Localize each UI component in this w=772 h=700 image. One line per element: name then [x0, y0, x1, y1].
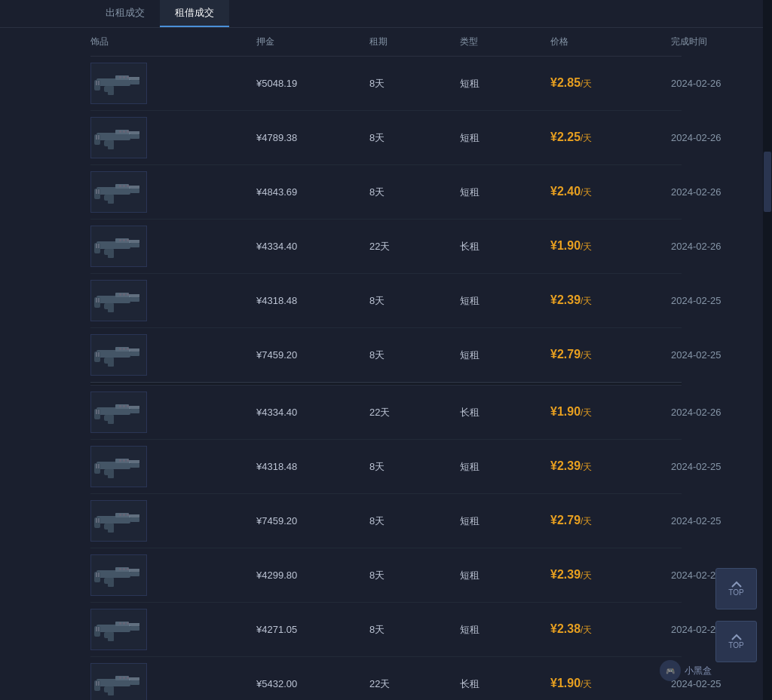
item-cell	[90, 609, 256, 650]
svg-rect-138	[123, 568, 125, 570]
item-thumbnail	[90, 280, 147, 321]
duration-cell: 8天	[369, 294, 460, 308]
price-cell: ¥2.39/天	[550, 459, 671, 474]
duration-cell: 22天	[369, 240, 460, 253]
price-unit: /天	[581, 407, 592, 418]
price-unit: /天	[581, 570, 592, 581]
duration-cell: 22天	[369, 677, 460, 691]
price-unit: /天	[581, 350, 592, 361]
price-value: ¥2.79	[550, 348, 581, 361]
item-thumbnail	[90, 663, 147, 700]
svg-rect-160	[108, 686, 114, 695]
scrollbar-thumb[interactable]	[764, 152, 771, 212]
duration-cell: 22天	[369, 406, 460, 419]
col-header-price: 价格	[550, 35, 671, 48]
type-cell: 短租	[460, 77, 550, 91]
date-cell: 2024-02-25	[671, 295, 772, 306]
top-button-2[interactable]: TOP	[715, 621, 757, 662]
table-row: ¥4789.38 8天 短租 ¥2.25/天 2024-02-26	[90, 111, 682, 165]
svg-rect-72	[119, 293, 121, 296]
price-cell: ¥2.39/天	[550, 568, 671, 582]
duration-cell: 8天	[369, 131, 460, 145]
table-row: ¥5432.00 22天 长租 ¥1.90/天 2024-02-25	[90, 657, 682, 700]
duration-cell: 8天	[369, 623, 460, 637]
item-thumbnail	[90, 391, 147, 433]
logo-icon: 🎮	[660, 660, 681, 681]
item-thumbnail	[90, 500, 147, 542]
svg-rect-48	[127, 185, 129, 187]
svg-rect-125	[123, 514, 125, 516]
price-value: ¥1.90	[550, 405, 581, 418]
table-container: 饰品 押金 租期 类型 价格 完成时间	[0, 28, 772, 700]
price-cell: ¥2.25/天	[550, 130, 671, 145]
table-row: ¥4334.40 22天 长租 ¥1.90/天 2024-02-26	[90, 385, 682, 440]
price-unit: /天	[581, 187, 592, 198]
svg-rect-35	[127, 130, 129, 133]
price-cell: ¥2.79/天	[550, 348, 671, 362]
deposit-cell: ¥4318.48	[256, 295, 369, 306]
item-thumbnail	[90, 226, 147, 267]
svg-rect-165	[127, 677, 129, 679]
deposit-cell: ¥4843.69	[256, 186, 369, 198]
svg-rect-85	[119, 348, 121, 350]
top-button-1[interactable]: TOP	[715, 568, 757, 609]
price-value: ¥2.79	[550, 514, 581, 527]
svg-rect-22	[127, 76, 129, 78]
item-cell	[90, 500, 256, 542]
table-row: ¥4318.48 8天 短租 ¥2.39/天 2024-02-25	[90, 274, 682, 328]
svg-rect-61	[127, 239, 129, 241]
item-cell	[90, 117, 256, 158]
date-cell: 2024-02-26	[671, 186, 772, 198]
item-cell	[90, 63, 256, 104]
col-header-type: 类型	[460, 35, 550, 48]
price-cell: ¥2.39/天	[550, 293, 671, 308]
price-unit: /天	[581, 516, 592, 527]
tab-rental-out[interactable]: 出租成交	[90, 0, 160, 27]
svg-rect-77	[130, 352, 139, 356]
item-cell	[90, 226, 256, 267]
table-row: ¥4318.48 8天 短租 ¥2.39/天 2024-02-25	[90, 440, 682, 494]
svg-rect-126	[127, 514, 129, 516]
duration-cell: 8天	[369, 514, 460, 528]
svg-rect-20	[119, 76, 121, 78]
price-value: ¥2.38	[550, 622, 581, 635]
svg-rect-147	[108, 632, 114, 641]
svg-rect-33	[119, 130, 121, 133]
price-cell: ¥2.38/天	[550, 622, 671, 637]
table-row: ¥4334.40 22天 长租 ¥1.90/天 2024-02-26	[90, 220, 682, 274]
table-row: ¥7459.20 8天 短租 ¥2.79/天 2024-02-25	[90, 328, 682, 382]
table-row: ¥5048.19 8天 短租 ¥2.85/天 2024-02-26	[90, 57, 682, 111]
price-unit: /天	[581, 462, 592, 472]
price-cell: ¥2.85/天	[550, 76, 671, 91]
svg-rect-51	[130, 243, 139, 247]
price-value: ¥2.39	[550, 459, 581, 472]
deposit-cell: ¥5048.19	[256, 78, 369, 89]
scrollbar[interactable]	[763, 0, 772, 700]
svg-rect-52	[94, 243, 100, 253]
svg-rect-12	[130, 80, 139, 84]
tab-rental-in[interactable]: 租借成交	[160, 0, 229, 27]
price-cell: ¥1.90/天	[550, 239, 671, 253]
svg-rect-65	[94, 297, 100, 308]
svg-rect-150	[119, 622, 121, 625]
svg-rect-95	[108, 415, 114, 424]
svg-rect-82	[108, 358, 114, 367]
svg-rect-73	[123, 293, 125, 296]
svg-rect-104	[94, 463, 100, 474]
svg-rect-98	[119, 405, 121, 407]
deposit-cell: ¥5432.00	[256, 678, 369, 689]
svg-rect-151	[123, 622, 125, 625]
type-cell: 短租	[460, 348, 550, 362]
duration-cell: 8天	[369, 569, 460, 582]
logo-text: 小黑盒	[685, 665, 712, 677]
item-cell	[90, 171, 256, 213]
item-cell	[90, 554, 256, 596]
item-thumbnail	[90, 609, 147, 650]
top-label-1: TOP	[728, 588, 743, 597]
deposit-cell: ¥4789.38	[256, 132, 369, 143]
price-unit: /天	[581, 241, 592, 252]
svg-rect-121	[108, 523, 114, 533]
deposit-cell: ¥4334.40	[256, 241, 369, 252]
type-cell: 短租	[460, 569, 550, 582]
logo-area: 🎮 小黑盒	[660, 660, 712, 681]
